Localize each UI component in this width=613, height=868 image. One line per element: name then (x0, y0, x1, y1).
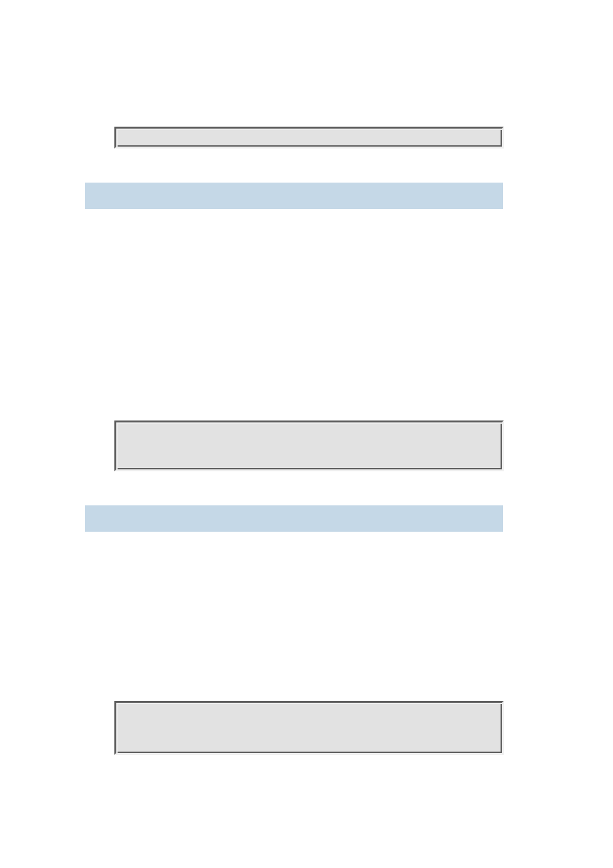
highlight-bar-2 (85, 505, 503, 532)
inset-panel-3 (114, 701, 504, 755)
inset-panel-2 (114, 420, 504, 471)
highlight-bar-1 (85, 183, 503, 209)
inset-panel-1 (114, 127, 504, 149)
page (0, 0, 613, 868)
